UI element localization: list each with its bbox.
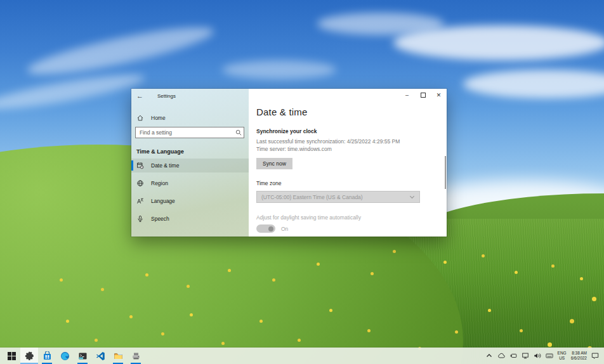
- home-icon: [136, 114, 144, 122]
- cloud: [222, 60, 336, 79]
- sidebar-item-label: Region: [151, 180, 168, 186]
- taskbar-store-button[interactable]: [38, 348, 56, 364]
- taskbar-clock[interactable]: 8:38 AM 6/6/2022: [571, 351, 587, 361]
- time-server-text: Time server: time.windows.com: [256, 146, 447, 152]
- last-sync-text: Last successful time synchronization: 4/…: [256, 138, 447, 145]
- legacy-app-icon: [131, 351, 141, 361]
- terminal-icon: [78, 351, 88, 361]
- sidebar-item-label: Speech: [151, 216, 169, 222]
- sidebar-item-home[interactable]: Home: [136, 112, 249, 124]
- search-input[interactable]: [135, 127, 244, 138]
- chevron-down-icon: [409, 194, 415, 200]
- windows-logo-icon: [7, 351, 16, 361]
- cloud: [393, 25, 604, 60]
- sidebar-item-region[interactable]: Region: [131, 176, 249, 190]
- action-center-icon[interactable]: [591, 352, 599, 360]
- dst-label: Adjust for daylight saving time automati…: [256, 214, 447, 221]
- sidebar-item-label: Language: [151, 198, 175, 204]
- language-indicator[interactable]: ENG US: [558, 351, 567, 361]
- scrollbar-thumb[interactable]: [445, 156, 446, 189]
- toggle-state-label: On: [281, 226, 288, 232]
- taskbar: ENG US 8:38 AM 6/6/2022: [0, 348, 604, 364]
- sidebar-section-header: Time & Language: [136, 148, 249, 155]
- settings-sidebar: ← Settings Home Time & Language Date & t…: [131, 89, 249, 237]
- timezone-label: Time zone: [256, 180, 447, 186]
- settings-window: ← Settings Home Time & Language Date & t…: [131, 89, 447, 237]
- microsoft-store-icon: [43, 351, 52, 361]
- search-icon[interactable]: [235, 129, 242, 136]
- taskbar-vscode-button[interactable]: [91, 348, 109, 364]
- toggle-knob: [268, 226, 273, 231]
- network-icon[interactable]: [522, 352, 529, 360]
- sidebar-item-date-time[interactable]: Date & time: [131, 159, 249, 172]
- timezone-dropdown[interactable]: (UTC-05:00) Eastern Time (US & Canada): [256, 191, 420, 203]
- settings-main-panel: – ✕ Date & time Synchronize your clock L…: [249, 89, 447, 237]
- page-title: Date & time: [256, 107, 447, 117]
- calendar-clock-icon: [136, 162, 144, 169]
- sync-section-heading: Synchronize your clock: [256, 128, 447, 134]
- desktop: ← Settings Home Time & Language Date & t…: [0, 0, 604, 364]
- window-title: Settings: [157, 93, 176, 99]
- eject-hardware-icon[interactable]: [509, 352, 517, 360]
- maximize-icon: [421, 93, 426, 98]
- file-explorer-icon: [114, 351, 123, 361]
- gear-icon: [25, 351, 34, 361]
- vscode-icon: [96, 351, 105, 361]
- taskbar-edge-button[interactable]: [56, 348, 74, 364]
- dst-toggle[interactable]: [256, 224, 275, 233]
- hidden-icons-chevron[interactable]: [485, 352, 493, 360]
- taskbar-explorer-button[interactable]: [109, 348, 127, 364]
- wallpaper-flowers: [0, 0, 2, 2]
- maximize-button[interactable]: [415, 89, 431, 101]
- sync-now-button[interactable]: Sync now: [256, 158, 292, 169]
- sidebar-item-label: Date & time: [151, 162, 179, 169]
- sidebar-item-speech[interactable]: Speech: [131, 212, 249, 226]
- edge-icon: [60, 351, 70, 361]
- touch-keyboard-icon[interactable]: [546, 352, 553, 360]
- close-button[interactable]: ✕: [431, 89, 447, 101]
- volume-icon[interactable]: [534, 352, 541, 360]
- taskbar-settings-button[interactable]: [20, 348, 38, 364]
- minimize-button[interactable]: –: [399, 89, 415, 101]
- taskbar-legacy-app-button[interactable]: [127, 348, 145, 364]
- back-icon[interactable]: ←: [136, 92, 143, 100]
- sidebar-item-language[interactable]: Language: [131, 194, 249, 208]
- system-tray: ENG US 8:38 AM 6/6/2022: [485, 348, 604, 364]
- start-button[interactable]: [3, 348, 20, 364]
- language-icon: [136, 197, 144, 205]
- onedrive-icon[interactable]: [497, 352, 505, 360]
- sidebar-item-label: Home: [151, 115, 166, 121]
- timezone-selected-option: (UTC-05:00) Eastern Time (US & Canada): [261, 194, 363, 200]
- globe-icon: [136, 179, 144, 187]
- taskbar-terminal-button[interactable]: [74, 348, 91, 364]
- microphone-icon: [136, 215, 144, 223]
